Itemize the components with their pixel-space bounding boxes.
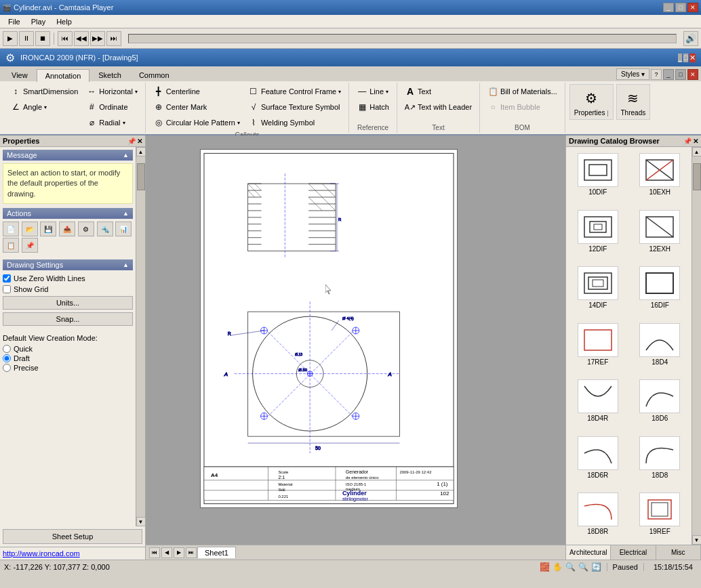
sheet-nav-last[interactable]: ⏭: [186, 547, 197, 558]
action-btn-1[interactable]: 📄: [3, 222, 19, 236]
surface-texture-button[interactable]: √ Surface Texture Symbol: [245, 100, 344, 114]
scrollbar-thumb[interactable]: [137, 163, 145, 190]
line-button[interactable]: — Line ▾: [353, 84, 393, 99]
view-mode-precise-radio[interactable]: [3, 364, 11, 372]
stop-button[interactable]: ⏹: [35, 31, 50, 46]
view-mode-draft-radio[interactable]: [3, 354, 11, 362]
catalog-item-12dif[interactable]: 12DIF: [569, 207, 627, 259]
catalog-tab-architectural[interactable]: Architectural: [566, 545, 611, 560]
maximize-button[interactable]: □: [675, 3, 686, 12]
close-button[interactable]: ✕: [687, 3, 698, 12]
threads-large-button[interactable]: ≋ Threads: [616, 84, 651, 120]
catalog-item-17ref[interactable]: 17REF: [569, 320, 627, 373]
catalog-item-18d6[interactable]: 18D6: [631, 376, 689, 429]
catalog-item-10exh[interactable]: 10EXH: [631, 150, 689, 203]
welding-symbol-button[interactable]: ⌇ Welding Symbol: [245, 115, 344, 130]
sheet-setup-button[interactable]: Sheet Setup: [3, 529, 142, 544]
tab-common[interactable]: Common: [130, 68, 178, 81]
view-mode-quick-radio[interactable]: [3, 345, 11, 353]
angle-button[interactable]: ∠ Angle ▾: [7, 100, 81, 114]
catalog-tab-electrical[interactable]: Electrical: [611, 545, 656, 560]
ribbon-restore-button[interactable]: □: [675, 69, 686, 80]
menu-help[interactable]: Help: [51, 16, 77, 27]
units-button[interactable]: Units...: [3, 296, 133, 310]
progress-bar[interactable]: [128, 34, 677, 43]
catalog-scrollbar-down[interactable]: ▼: [692, 535, 702, 545]
catalog-item-18d8r[interactable]: 18D8R: [569, 489, 627, 542]
sheet1-tab[interactable]: Sheet1: [197, 547, 236, 558]
tab-view[interactable]: View: [3, 68, 37, 81]
action-btn-7[interactable]: 📊: [115, 222, 132, 236]
action-btn-5[interactable]: ⚙: [78, 222, 94, 236]
volume-button[interactable]: 🔊: [683, 31, 698, 46]
message-section-header[interactable]: Message ▲: [3, 150, 133, 161]
zero-width-checkbox[interactable]: [3, 274, 11, 282]
radial-button[interactable]: ⌀ Radial ▾: [83, 115, 141, 130]
smart-dimension-button[interactable]: ↕ SmartDimension: [7, 84, 81, 99]
rewind-start-button[interactable]: ⏮: [58, 31, 73, 46]
horizontal-button[interactable]: ↔ Horizontal ▾: [83, 84, 141, 99]
scrollbar-up-button[interactable]: ▲: [136, 147, 146, 156]
drawing-settings-header[interactable]: Drawing Settings ▲: [3, 259, 133, 270]
sheet-nav-first[interactable]: ⏮: [149, 547, 160, 558]
minimize-button[interactable]: _: [663, 3, 674, 12]
text-button[interactable]: A Text: [401, 84, 475, 99]
panel-pin-button[interactable]: 📌: [127, 138, 136, 145]
catalog-item-14dif[interactable]: 14DIF: [569, 263, 627, 316]
catalog-item-12exh[interactable]: 12EXH: [631, 207, 689, 259]
play-button[interactable]: ▶: [3, 31, 18, 46]
center-mark-button[interactable]: ⊕ Center Mark: [150, 100, 243, 114]
catalog-tab-misc[interactable]: Misc: [656, 545, 701, 560]
catalog-item-18d8[interactable]: 18D8: [631, 433, 689, 486]
tab-annotation[interactable]: Annotation: [37, 69, 90, 82]
scrollbar-down-button[interactable]: ▼: [136, 517, 146, 526]
catalog-scrollbar-up[interactable]: ▲: [692, 147, 702, 156]
ordinate-button[interactable]: # Ordinate: [83, 100, 141, 114]
tab-sketch[interactable]: Sketch: [89, 68, 130, 81]
feature-control-button[interactable]: ☐ Feature Control Frame ▾: [245, 84, 344, 99]
bill-of-materials-button[interactable]: 📋 Bill of Materials...: [484, 84, 561, 99]
fast-forward-button[interactable]: ⏭: [106, 31, 121, 46]
ribbon-close-button[interactable]: ✕: [687, 69, 698, 80]
properties-large-button[interactable]: ⚙ Properties |: [569, 84, 614, 120]
catalog-item-16dif[interactable]: 16DIF: [631, 263, 689, 316]
ironcad-link[interactable]: http://www.ironcad.com: [0, 547, 145, 560]
pause-button[interactable]: ⏸: [19, 31, 34, 46]
sheet-nav-prev[interactable]: ◀: [161, 547, 172, 558]
catalog-item-10dif[interactable]: 10DIF: [569, 150, 627, 203]
sheet-nav-next[interactable]: ▶: [174, 547, 184, 558]
text-with-leader-button[interactable]: A↗ Text with Leader: [401, 100, 475, 114]
catalog-item-19ref[interactable]: 19REF: [631, 489, 689, 542]
catalog-pin-button[interactable]: 📌: [683, 138, 692, 145]
show-grid-checkbox[interactable]: [3, 285, 11, 293]
action-btn-6[interactable]: 🔩: [97, 222, 113, 236]
action-btn-8[interactable]: 📋: [3, 238, 19, 253]
actions-section-header[interactable]: Actions ▲: [3, 208, 133, 219]
hatch-button[interactable]: ▦ Hatch: [353, 100, 393, 114]
action-btn-3[interactable]: 💾: [40, 222, 56, 236]
app-minimize-button[interactable]: _: [678, 54, 682, 62]
circular-hole-pattern-button[interactable]: ◎ Circular Hole Pattern ▾: [150, 115, 243, 130]
action-btn-9[interactable]: 📌: [22, 238, 38, 253]
menu-play[interactable]: Play: [26, 16, 51, 27]
app-close-button[interactable]: ✕: [689, 54, 696, 62]
ribbon-minimize-button[interactable]: _: [663, 69, 674, 80]
styles-button[interactable]: Styles ▾: [616, 68, 649, 80]
step-forward-button[interactable]: ▶▶: [90, 31, 105, 46]
catalog-item-18d4[interactable]: 18D4: [631, 320, 689, 373]
catalog-item-18d6r[interactable]: 18D6R: [569, 433, 627, 486]
centerline-button[interactable]: ╋ Centerline: [150, 84, 243, 99]
catalog-item-18d4r[interactable]: 18D4R: [569, 376, 627, 429]
catalog-scrollbar-thumb[interactable]: [693, 163, 701, 190]
step-back-button[interactable]: ◀◀: [74, 31, 89, 46]
menu-file[interactable]: File: [3, 16, 26, 27]
action-btn-2[interactable]: 📂: [22, 222, 38, 236]
item-bubble-button[interactable]: ○ Item Bubble: [484, 100, 561, 114]
action-btn-4[interactable]: 📤: [59, 222, 75, 236]
drawing-settings-arrow: ▲: [123, 261, 129, 268]
catalog-close-button[interactable]: ✕: [693, 138, 698, 145]
app-restore-button[interactable]: □: [683, 54, 688, 62]
snap-button[interactable]: Snap...: [3, 312, 133, 326]
ribbon-help-button[interactable]: ?: [651, 69, 662, 80]
panel-close-button[interactable]: ✕: [137, 138, 142, 145]
